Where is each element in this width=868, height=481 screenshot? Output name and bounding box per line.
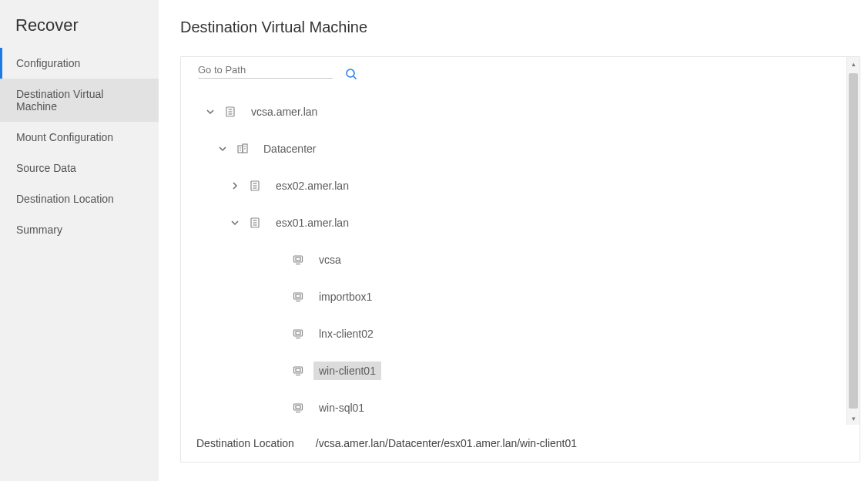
tree-row[interactable]: vcsa.amer.lan <box>193 93 847 130</box>
svg-rect-30 <box>296 368 300 372</box>
vm-icon <box>292 365 304 377</box>
svg-rect-32 <box>294 404 303 410</box>
tree-node-label[interactable]: lnx-client02 <box>313 325 379 343</box>
destination-panel: vcsa.amer.lanDatacenteresx02.amer.lanesx… <box>180 56 860 462</box>
chevron-down-icon[interactable] <box>213 144 232 153</box>
tree-body: vcsa.amer.lanDatacenteresx02.amer.lanesx… <box>181 57 860 425</box>
sidebar-item-mount-configuration[interactable]: Mount Configuration <box>0 122 159 153</box>
svg-line-1 <box>354 76 357 79</box>
vm-tree: vcsa.amer.lanDatacenteresx02.amer.lanesx… <box>193 93 847 425</box>
vm-icon <box>292 291 304 303</box>
tree-row[interactable]: esx01.amer.lan <box>193 204 847 241</box>
tree-row[interactable]: esx02.amer.lan <box>193 167 847 204</box>
scroll-thumb[interactable] <box>849 73 858 409</box>
sidebar-item-summary[interactable]: Summary <box>0 214 159 245</box>
destination-location-label: Destination Location <box>196 437 294 449</box>
sidebar-item-source-data[interactable]: Source Data <box>0 153 159 183</box>
host-icon <box>249 180 261 192</box>
svg-rect-20 <box>294 256 303 262</box>
svg-rect-23 <box>294 293 303 299</box>
scroll-down-arrow[interactable]: ▾ <box>847 412 860 425</box>
tree-row[interactable]: win-sql01 <box>193 389 847 425</box>
svg-rect-29 <box>294 367 303 373</box>
main-content: Destination Virtual Machine vcsa.amer.la… <box>159 0 868 481</box>
sidebar-item-destination-virtual-machine[interactable]: Destination Virtual Machine <box>0 79 159 122</box>
destination-location-value: /vcsa.amer.lan/Datacenter/esx01.amer.lan… <box>316 437 577 449</box>
tree-node-label[interactable]: Datacenter <box>258 140 321 158</box>
vm-icon <box>292 254 304 266</box>
tree-node-label[interactable]: esx01.amer.lan <box>270 214 354 232</box>
tree-node-label[interactable]: win-client01 <box>313 362 381 380</box>
search-row <box>198 65 847 82</box>
svg-rect-6 <box>238 146 243 153</box>
svg-rect-27 <box>296 331 300 335</box>
tree-node-label[interactable]: importbox1 <box>313 288 377 306</box>
sidebar: Recover ConfigurationDestination Virtual… <box>0 0 159 481</box>
sidebar-title: Recover <box>0 15 159 48</box>
chevron-down-icon[interactable] <box>201 107 220 116</box>
host-icon <box>249 217 261 229</box>
datacenter-icon <box>236 143 249 155</box>
tree-container: vcsa.amer.lanDatacenteresx02.amer.lanesx… <box>181 57 860 425</box>
page-title: Destination Virtual Machine <box>180 18 868 36</box>
chevron-down-icon[interactable] <box>226 218 244 227</box>
svg-rect-26 <box>294 330 303 336</box>
tree-node-label[interactable]: esx02.amer.lan <box>270 177 354 195</box>
tree-node-label[interactable]: win-sql01 <box>313 399 370 417</box>
tree-row[interactable]: win-client01 <box>193 352 847 389</box>
tree-row[interactable]: lnx-client02 <box>193 315 847 352</box>
scroll-track[interactable] <box>847 70 860 412</box>
tree-row[interactable]: importbox1 <box>193 278 847 315</box>
sidebar-item-destination-location[interactable]: Destination Location <box>0 183 159 214</box>
scrollbar[interactable]: ▴ ▾ <box>846 57 860 425</box>
tree-node-label[interactable]: vcsa.amer.lan <box>246 103 323 121</box>
svg-rect-33 <box>296 405 300 409</box>
tree-row[interactable]: Datacenter <box>193 130 847 167</box>
chevron-right-icon[interactable] <box>226 181 244 190</box>
vcenter-icon <box>224 106 236 118</box>
svg-point-0 <box>347 69 354 77</box>
svg-rect-21 <box>296 257 300 261</box>
sidebar-nav: ConfigurationDestination Virtual Machine… <box>0 48 159 245</box>
scroll-up-arrow[interactable]: ▴ <box>847 57 860 70</box>
vm-icon <box>292 328 304 340</box>
tree-node-label[interactable]: vcsa <box>313 251 347 269</box>
sidebar-item-configuration[interactable]: Configuration <box>0 48 159 79</box>
search-input[interactable] <box>198 62 333 79</box>
vm-icon <box>292 402 304 414</box>
search-icon[interactable] <box>333 65 357 82</box>
destination-footer: Destination Location /vcsa.amer.lan/Data… <box>181 425 860 462</box>
svg-rect-24 <box>296 294 300 298</box>
tree-row[interactable]: vcsa <box>193 241 847 278</box>
